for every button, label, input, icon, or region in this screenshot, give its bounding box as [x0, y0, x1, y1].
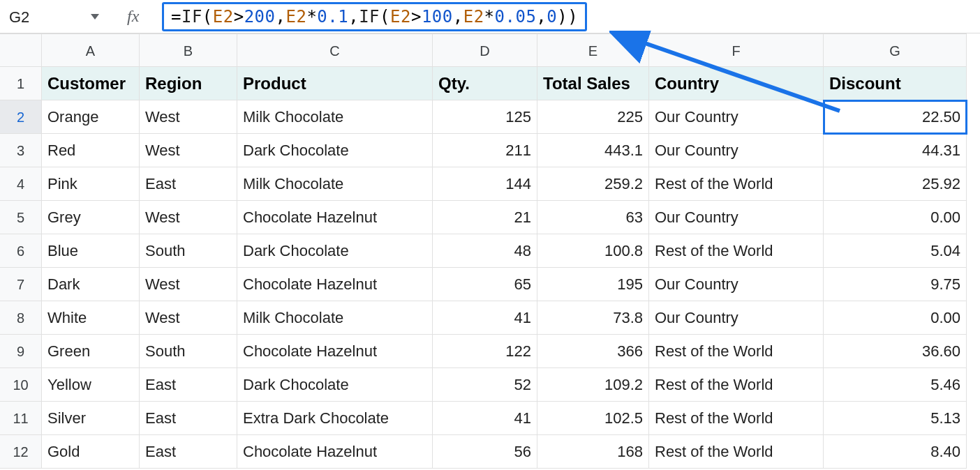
cell-B12[interactable]: East	[140, 435, 237, 469]
cell-E9[interactable]: 366	[537, 335, 649, 368]
cell-B8[interactable]: West	[140, 301, 237, 335]
table-header-E[interactable]: Total Sales	[537, 67, 649, 100]
row-header-4[interactable]: 4	[0, 167, 42, 201]
row-header-5[interactable]: 5	[0, 201, 42, 234]
cell-B11[interactable]: East	[140, 402, 237, 435]
column-header-A[interactable]: A	[42, 33, 140, 67]
table-header-D[interactable]: Qty.	[433, 67, 537, 100]
row-header-8[interactable]: 8	[0, 301, 42, 335]
cell-E11[interactable]: 102.5	[537, 402, 649, 435]
cell-C11[interactable]: Extra Dark Chocolate	[237, 402, 433, 435]
cell-E3[interactable]: 443.1	[537, 134, 649, 167]
cell-F6[interactable]: Rest of the World	[649, 234, 824, 268]
cell-C12[interactable]: Chocolate Hazelnut	[237, 435, 433, 469]
cell-C4[interactable]: Milk Chocolate	[237, 167, 433, 201]
table-header-B[interactable]: Region	[140, 67, 237, 100]
cell-G5[interactable]: 0.00	[824, 201, 967, 234]
row-header-6[interactable]: 6	[0, 234, 42, 268]
table-header-A[interactable]: Customer	[42, 67, 140, 100]
cell-F3[interactable]: Our Country	[649, 134, 824, 167]
row-header-7[interactable]: 7	[0, 268, 42, 301]
cell-A7[interactable]: Dark	[42, 268, 140, 301]
cell-B10[interactable]: East	[140, 368, 237, 402]
cell-G8[interactable]: 0.00	[824, 301, 967, 335]
cell-G7[interactable]: 9.75	[824, 268, 967, 301]
row-header-2[interactable]: 2	[0, 100, 42, 134]
cell-C10[interactable]: Dark Chocolate	[237, 368, 433, 402]
cell-F9[interactable]: Rest of the World	[649, 335, 824, 368]
cell-E7[interactable]: 195	[537, 268, 649, 301]
row-header-10[interactable]: 10	[0, 368, 42, 402]
column-header-D[interactable]: D	[433, 33, 537, 67]
cell-D10[interactable]: 52	[433, 368, 537, 402]
cell-C2[interactable]: Milk Chocolate	[237, 100, 433, 134]
cell-C8[interactable]: Milk Chocolate	[237, 301, 433, 335]
cell-D6[interactable]: 48	[433, 234, 537, 268]
cell-G2[interactable]: 22.50	[824, 100, 967, 134]
table-header-G[interactable]: Discount	[824, 67, 967, 100]
cell-A5[interactable]: Grey	[42, 201, 140, 234]
row-header-3[interactable]: 3	[0, 134, 42, 167]
cell-G12[interactable]: 8.40	[824, 435, 967, 469]
cell-D12[interactable]: 56	[433, 435, 537, 469]
cell-A12[interactable]: Gold	[42, 435, 140, 469]
cell-G9[interactable]: 36.60	[824, 335, 967, 368]
cell-A11[interactable]: Silver	[42, 402, 140, 435]
table-header-C[interactable]: Product	[237, 67, 433, 100]
column-header-G[interactable]: G	[824, 33, 967, 67]
cell-C3[interactable]: Dark Chocolate	[237, 134, 433, 167]
cell-C5[interactable]: Chocolate Hazelnut	[237, 201, 433, 234]
cell-A6[interactable]: Blue	[42, 234, 140, 268]
cell-G11[interactable]: 5.13	[824, 402, 967, 435]
cell-E12[interactable]: 168	[537, 435, 649, 469]
cell-A9[interactable]: Green	[42, 335, 140, 368]
row-header-9[interactable]: 9	[0, 335, 42, 368]
cell-A3[interactable]: Red	[42, 134, 140, 167]
cell-D9[interactable]: 122	[433, 335, 537, 368]
cell-D4[interactable]: 144	[433, 167, 537, 201]
cell-A2[interactable]: Orange	[42, 100, 140, 134]
cell-B6[interactable]: South	[140, 234, 237, 268]
table-header-F[interactable]: Country	[649, 67, 824, 100]
cell-B5[interactable]: West	[140, 201, 237, 234]
spreadsheet-grid[interactable]: ABCDEFG1CustomerRegionProductQty.Total S…	[0, 33, 980, 469]
cell-F2[interactable]: Our Country	[649, 100, 824, 134]
row-header-11[interactable]: 11	[0, 402, 42, 435]
cell-F4[interactable]: Rest of the World	[649, 167, 824, 201]
cell-D5[interactable]: 21	[433, 201, 537, 234]
cell-F7[interactable]: Our Country	[649, 268, 824, 301]
column-header-C[interactable]: C	[237, 33, 433, 67]
row-header-1[interactable]: 1	[0, 67, 42, 100]
formula-input[interactable]: =IF(E2>200,E2*0.1,IF(E2>100,E2*0.05,0))	[162, 2, 587, 31]
cell-B7[interactable]: West	[140, 268, 237, 301]
name-box-caret-icon[interactable]	[91, 14, 99, 20]
cell-E2[interactable]: 225	[537, 100, 649, 134]
cell-D8[interactable]: 41	[433, 301, 537, 335]
cell-C6[interactable]: Dark Chocolate	[237, 234, 433, 268]
cell-F8[interactable]: Our Country	[649, 301, 824, 335]
column-header-B[interactable]: B	[140, 33, 237, 67]
cell-D11[interactable]: 41	[433, 402, 537, 435]
cell-G10[interactable]: 5.46	[824, 368, 967, 402]
cell-A8[interactable]: White	[42, 301, 140, 335]
column-header-E[interactable]: E	[537, 33, 649, 67]
cell-E8[interactable]: 73.8	[537, 301, 649, 335]
cell-G3[interactable]: 44.31	[824, 134, 967, 167]
cell-F12[interactable]: Rest of the World	[649, 435, 824, 469]
cell-F5[interactable]: Our Country	[649, 201, 824, 234]
cell-F11[interactable]: Rest of the World	[649, 402, 824, 435]
cell-F10[interactable]: Rest of the World	[649, 368, 824, 402]
cell-B2[interactable]: West	[140, 100, 237, 134]
cell-E6[interactable]: 100.8	[537, 234, 649, 268]
cell-E10[interactable]: 109.2	[537, 368, 649, 402]
select-all-corner[interactable]	[0, 33, 42, 67]
cell-G4[interactable]: 25.92	[824, 167, 967, 201]
cell-D7[interactable]: 65	[433, 268, 537, 301]
cell-A10[interactable]: Yellow	[42, 368, 140, 402]
cell-C7[interactable]: Chocolate Hazelnut	[237, 268, 433, 301]
row-header-12[interactable]: 12	[0, 435, 42, 469]
cell-A4[interactable]: Pink	[42, 167, 140, 201]
cell-G6[interactable]: 5.04	[824, 234, 967, 268]
cell-D3[interactable]: 211	[433, 134, 537, 167]
column-header-F[interactable]: F	[649, 33, 824, 67]
